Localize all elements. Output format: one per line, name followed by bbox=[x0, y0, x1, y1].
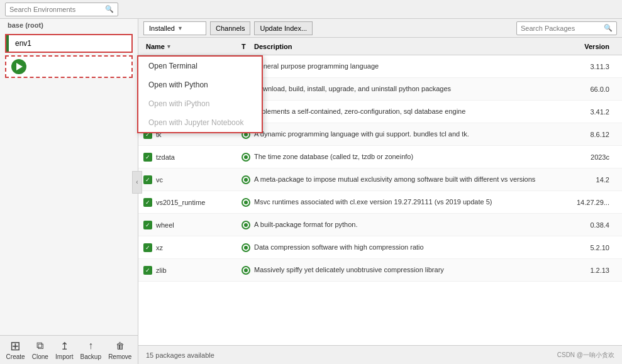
package-name[interactable]: vc bbox=[156, 176, 163, 184]
status-circle bbox=[242, 221, 250, 229]
search-packages-box[interactable]: 🔍 bbox=[516, 21, 617, 35]
import-button[interactable]: ↥ Import bbox=[55, 339, 73, 360]
cell-t bbox=[242, 221, 254, 229]
backup-label: Backup bbox=[81, 353, 101, 360]
status-circle bbox=[242, 175, 250, 184]
search-environments-icon[interactable]: 🔍 bbox=[105, 5, 114, 13]
cell-t bbox=[242, 175, 254, 184]
cell-version: 66.0.0 bbox=[563, 85, 619, 93]
installed-label: Installed bbox=[149, 25, 175, 32]
package-name[interactable]: xz bbox=[156, 244, 163, 251]
channels-label: Channels bbox=[216, 25, 245, 32]
search-environments-input[interactable] bbox=[9, 6, 105, 13]
table-row: ✓ xz Data compression software with high… bbox=[138, 236, 622, 259]
col-name-header[interactable]: Name ▾ bbox=[141, 43, 242, 50]
check-icon: ✓ bbox=[143, 153, 152, 162]
col-version-header: Version bbox=[563, 43, 619, 50]
watermark: CSDN @一响小贪欢 bbox=[557, 351, 614, 360]
package-name[interactable]: tzdata bbox=[156, 153, 175, 161]
table-row: ✓ vc A meta-package to impose mutual exc… bbox=[138, 168, 622, 191]
menu-open-ipython: Open with iPython bbox=[138, 94, 262, 113]
cell-version: 8.6.12 bbox=[563, 131, 619, 138]
cell-version: 5.2.10 bbox=[563, 244, 619, 251]
import-label: Import bbox=[55, 353, 73, 360]
cell-description: Implements a self-contained, zero-config… bbox=[254, 107, 563, 116]
cell-description: The time zone database (called tz, tzdb … bbox=[254, 152, 563, 161]
cell-description: Massively spiffy yet delicately unobtrus… bbox=[254, 265, 563, 274]
cell-version: 0.38.4 bbox=[563, 221, 619, 229]
check-icon: ✓ bbox=[143, 198, 152, 207]
check-icon: ✓ bbox=[143, 175, 152, 184]
base-root-label: base (root) bbox=[0, 19, 138, 31]
status-circle bbox=[242, 198, 250, 207]
update-index-label: Update Index... bbox=[260, 25, 307, 32]
table-row: ✓ wheel A built-package format for pytho… bbox=[138, 214, 622, 236]
menu-open-python[interactable]: Open with Python bbox=[138, 75, 262, 94]
installed-dropdown[interactable]: Installed ▼ bbox=[143, 21, 206, 35]
status-circle bbox=[242, 153, 250, 162]
cell-description: Data compression software with high comp… bbox=[254, 243, 563, 251]
menu-open-terminal[interactable]: Open Terminal bbox=[138, 57, 262, 75]
play-button[interactable] bbox=[11, 59, 26, 74]
cell-version: 2023c bbox=[563, 153, 619, 161]
table-row: ✓ vs2015_runtime Msvc runtimes associate… bbox=[138, 191, 622, 214]
name-sort-arrow: ▾ bbox=[167, 43, 170, 50]
check-icon: ✓ bbox=[143, 243, 152, 252]
package-name[interactable]: vs2015_runtime bbox=[156, 199, 205, 206]
table-row: ✓ tzdata The time zone database (called … bbox=[138, 146, 622, 168]
cell-version: 14.27.29... bbox=[563, 199, 619, 206]
table-row: ✓ zlib Massively spiffy yet delicately u… bbox=[138, 259, 622, 282]
packages-count: 15 packages available bbox=[146, 351, 214, 359]
col-description-header: Description bbox=[254, 43, 563, 50]
create-icon: ⊞ bbox=[8, 339, 23, 352]
context-menu: Open Terminal Open with Python Open with… bbox=[137, 55, 263, 133]
update-index-button[interactable]: Update Index... bbox=[254, 21, 313, 35]
cell-description: General purpose programming language bbox=[254, 62, 563, 70]
installed-dropdown-arrow: ▼ bbox=[177, 25, 183, 31]
cell-t bbox=[242, 198, 254, 207]
search-packages-icon[interactable]: 🔍 bbox=[604, 24, 613, 32]
backup-button[interactable]: ↑ Backup bbox=[81, 339, 101, 360]
remove-button[interactable]: 🗑 Remove bbox=[108, 339, 131, 360]
package-name[interactable]: wheel bbox=[156, 221, 174, 229]
active-indicator bbox=[6, 35, 9, 52]
top-bar: 🔍 bbox=[0, 0, 622, 19]
import-icon: ↥ bbox=[57, 339, 72, 352]
cell-name: ✓ zlib bbox=[141, 266, 242, 275]
clone-button[interactable]: ⧉ Clone bbox=[32, 339, 48, 360]
status-circle bbox=[242, 266, 250, 275]
cell-t bbox=[242, 266, 254, 275]
table-header: Name ▾ T Description Version bbox=[138, 38, 622, 55]
cell-description: A dynamic programming language with gui … bbox=[254, 130, 563, 138]
cell-description: A built-package format for python. bbox=[254, 220, 563, 229]
play-area bbox=[5, 55, 133, 78]
check-icon: ✓ bbox=[143, 266, 152, 275]
search-environments-box[interactable]: 🔍 bbox=[5, 3, 118, 16]
clone-icon: ⧉ bbox=[33, 339, 48, 352]
cell-description: A meta-package to impose mutual exclusiv… bbox=[254, 175, 563, 184]
channels-button[interactable]: Channels bbox=[210, 21, 250, 35]
clone-label: Clone bbox=[32, 353, 48, 360]
cell-version: 14.2 bbox=[563, 176, 619, 184]
cell-t bbox=[242, 153, 254, 162]
remove-icon: 🗑 bbox=[113, 339, 128, 352]
cell-description: Download, build, install, upgrade, and u… bbox=[254, 84, 563, 93]
status-bar: 15 packages available CSDN @一响小贪欢 bbox=[138, 345, 622, 364]
package-name[interactable]: zlib bbox=[156, 267, 167, 274]
create-button[interactable]: ⊞ Create bbox=[6, 339, 25, 360]
env-item-env1[interactable]: env1 bbox=[5, 34, 133, 53]
search-packages-input[interactable] bbox=[521, 25, 604, 32]
status-circle bbox=[242, 243, 250, 252]
cell-name: ✓ wheel bbox=[141, 221, 242, 229]
remove-label: Remove bbox=[108, 353, 131, 360]
cell-name: ✓ vs2015_runtime bbox=[141, 198, 242, 207]
cell-version: 1.2.13 bbox=[563, 267, 619, 274]
menu-open-jupyter: Open with Jupyter Notebook bbox=[138, 113, 262, 132]
check-icon: ✓ bbox=[143, 221, 152, 229]
backup-icon: ↑ bbox=[83, 339, 98, 352]
cell-name: ✓ tzdata bbox=[141, 153, 242, 162]
col-t-header: T bbox=[242, 43, 254, 50]
create-label: Create bbox=[6, 353, 25, 360]
collapse-sidebar-arrow[interactable]: ‹ bbox=[132, 171, 142, 194]
cell-name: ✓ vc bbox=[141, 175, 242, 184]
